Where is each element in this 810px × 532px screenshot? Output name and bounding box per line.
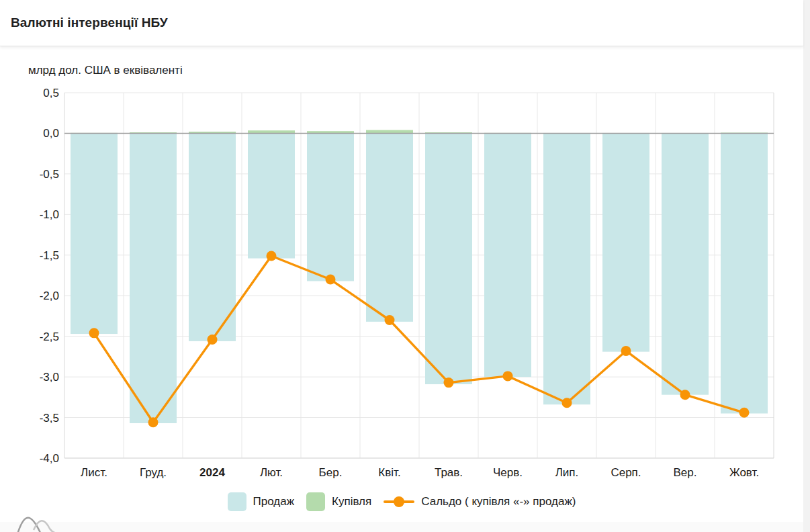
saldo-point[interactable]	[326, 275, 336, 285]
legend-label-sale: Продаж	[253, 495, 295, 508]
bar-sale[interactable]	[71, 133, 118, 334]
x-tick-label: Черв.	[493, 466, 523, 479]
bar-sale[interactable]	[484, 133, 531, 377]
saldo-point[interactable]	[385, 315, 395, 325]
saldo-point[interactable]	[621, 346, 631, 356]
x-tick-label: Лип.	[555, 466, 579, 479]
y-tick-label: -0,5	[40, 168, 59, 181]
bar-sale[interactable]	[248, 133, 295, 258]
x-tick-label: 2024	[199, 466, 225, 479]
page-bottom-strip	[0, 522, 803, 532]
saldo-point[interactable]	[444, 378, 454, 388]
x-tick-label: Лют.	[260, 466, 283, 479]
x-tick-label: Квіт.	[378, 466, 400, 479]
bar-sale[interactable]	[366, 133, 413, 321]
chart-legend: Продаж Купівля Сальдо ( купівля «-» прод…	[0, 492, 803, 511]
legend-label-saldo: Сальдо ( купівля «-» продаж)	[421, 495, 576, 508]
y-tick-label: -3,0	[40, 371, 59, 384]
saldo-point[interactable]	[739, 408, 750, 418]
bar-sale[interactable]	[721, 133, 768, 413]
y-tick-label: -2,0	[40, 290, 59, 302]
x-tick-label: Лист.	[81, 466, 107, 479]
saldo-point[interactable]	[267, 251, 277, 261]
saldo-line-dot-icon	[384, 492, 414, 511]
bar-sale[interactable]	[602, 133, 649, 351]
bar-sale[interactable]	[543, 133, 590, 404]
saldo-point[interactable]	[148, 417, 159, 427]
bar-sale[interactable]	[130, 133, 177, 423]
y-tick-label: 0,0	[43, 127, 59, 140]
chart-card: млрд дол. США в еквіваленті 0,50,0-0,5-1…	[0, 46, 803, 522]
y-tick-label: -3,5	[40, 412, 59, 425]
saldo-point[interactable]	[680, 390, 690, 400]
page-title: Валютні інтервенції НБУ	[0, 15, 168, 30]
y-tick-label: -2,5	[40, 330, 59, 343]
interventions-chart: 0,50,0-0,5-1,0-1,5-2,0-2,5-3,0-3,5-4,0Ли…	[0, 46, 803, 483]
y-tick-label: 0,5	[43, 87, 59, 99]
bar-sale[interactable]	[189, 133, 236, 341]
mountains-logo-icon	[9, 508, 74, 532]
saldo-point[interactable]	[89, 328, 99, 338]
y-tick-label: -4,0	[40, 452, 59, 465]
legend-item-purchase[interactable]: Купівля	[306, 492, 371, 511]
saldo-point[interactable]	[562, 398, 572, 408]
saldo-point[interactable]	[503, 371, 513, 381]
page-header: Валютні інтервенції НБУ	[0, 0, 803, 46]
legend-label-purchase: Купівля	[332, 495, 371, 508]
purchase-swatch-icon	[306, 492, 325, 511]
saldo-point[interactable]	[208, 335, 218, 345]
legend-item-saldo[interactable]: Сальдо ( купівля «-» продаж)	[384, 492, 576, 511]
y-tick-label: -1,0	[40, 208, 59, 221]
x-tick-label: Бер.	[319, 466, 343, 479]
bar-sale[interactable]	[425, 133, 472, 384]
bar-sale[interactable]	[662, 133, 709, 394]
x-tick-label: Серп.	[611, 466, 641, 479]
x-tick-label: Жовт.	[729, 466, 759, 479]
sale-swatch-icon	[228, 492, 246, 511]
legend-item-sale[interactable]: Продаж	[228, 492, 295, 511]
x-tick-label: Груд.	[140, 466, 167, 479]
x-tick-label: Вер.	[674, 466, 697, 479]
y-tick-label: -1,5	[40, 249, 59, 262]
bar-sale[interactable]	[307, 133, 354, 281]
x-tick-label: Трав.	[435, 466, 463, 479]
